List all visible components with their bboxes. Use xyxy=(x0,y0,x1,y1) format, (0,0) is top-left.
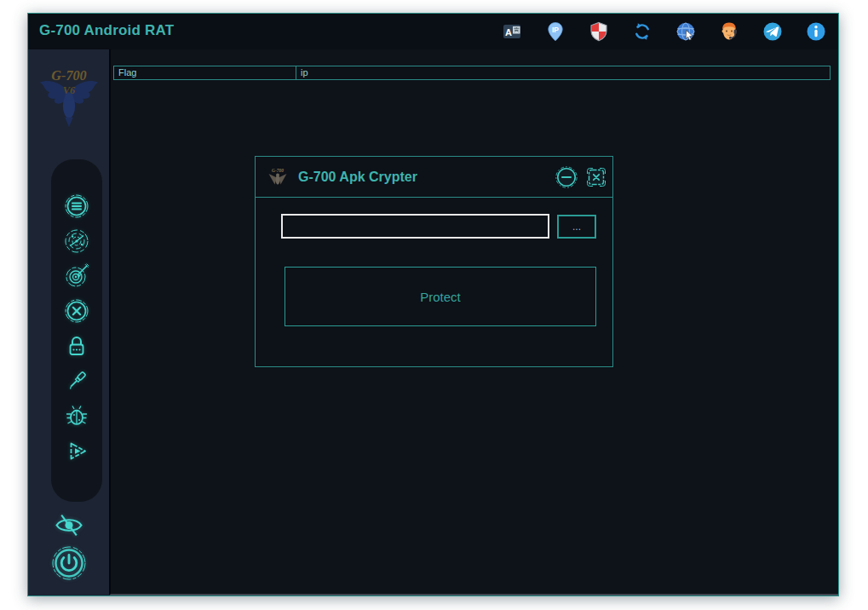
sidebar-tool-rail xyxy=(51,159,102,502)
padlock-icon[interactable] xyxy=(64,333,89,359)
eye-slash-icon[interactable] xyxy=(53,513,85,541)
translate-icon[interactable]: A xyxy=(501,21,522,43)
sidebar: G-700 V6 xyxy=(28,49,109,596)
window-title: G-700 Android RAT xyxy=(39,22,174,39)
refresh-icon[interactable] xyxy=(631,21,652,43)
logo-version: V6 xyxy=(62,84,75,96)
titlebar-toolbar: A IP xyxy=(501,14,826,49)
protect-button[interactable]: Protect xyxy=(285,267,596,326)
dialog-header[interactable]: G-700 G-700 Apk Crypter xyxy=(256,157,612,198)
ip-pin-label: IP xyxy=(551,26,558,34)
app-logo: G-700 V6 xyxy=(35,60,103,134)
app-window: G-700 Android RAT A IP xyxy=(27,13,839,596)
close-circle-icon[interactable] xyxy=(64,298,89,324)
ip-pin-icon[interactable]: IP xyxy=(544,21,566,43)
browse-button[interactable]: ... xyxy=(557,215,596,239)
close-button[interactable] xyxy=(586,167,606,187)
bug-icon[interactable] xyxy=(64,403,89,429)
target-arrow-icon[interactable] xyxy=(64,263,89,289)
injector-icon[interactable] xyxy=(64,368,89,394)
desktop-background: G-700 Android RAT A IP xyxy=(0,0,868,610)
menu-circle-icon[interactable] xyxy=(64,193,89,219)
titlebar[interactable]: G-700 Android RAT A IP xyxy=(28,14,838,49)
telegram-icon[interactable] xyxy=(762,21,783,43)
clients-table-header: Flag ip xyxy=(113,66,831,80)
dialog-title: G-700 Apk Crypter xyxy=(298,157,417,198)
globe-cursor-icon[interactable] xyxy=(675,21,696,43)
apk-crypter-dialog: G-700 G-700 Apk Crypter xyxy=(255,156,613,367)
dialog-logo-text: G-700 xyxy=(272,168,284,173)
dialog-logo-icon: G-700 xyxy=(266,165,290,189)
window-body: G-700 V6 xyxy=(28,49,838,596)
main-panel: Flag ip G-700 xyxy=(109,49,838,596)
power-icon[interactable] xyxy=(51,545,87,584)
apk-path-input[interactable] xyxy=(281,214,549,239)
support-agent-icon[interactable] xyxy=(718,21,739,43)
translate-letter: A xyxy=(505,27,512,37)
antivirus-shield-icon[interactable] xyxy=(588,21,609,43)
column-header-ip[interactable]: ip xyxy=(296,66,830,79)
minimize-button[interactable] xyxy=(555,166,578,188)
play-build-icon[interactable] xyxy=(64,438,89,463)
logo-text: G-700 xyxy=(51,68,86,83)
info-icon[interactable] xyxy=(805,21,826,43)
radar-icon[interactable] xyxy=(64,228,89,254)
column-header-flag[interactable]: Flag xyxy=(114,66,296,79)
